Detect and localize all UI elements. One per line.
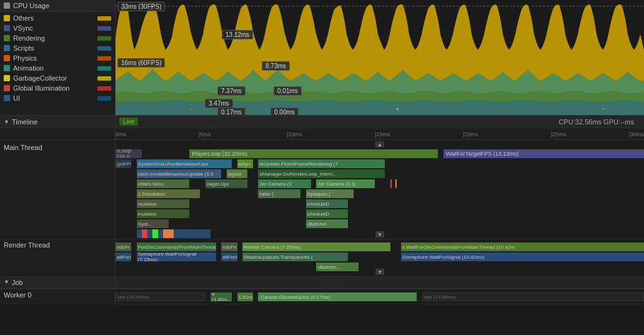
scroll-down-render[interactable]: ▼ xyxy=(375,269,384,275)
cpu-chart-svg xyxy=(116,0,644,115)
render-thread-label: Render Thread xyxy=(0,239,116,276)
bar-syst[interactable]: Syst... xyxy=(137,219,169,228)
bar-vbatch-render[interactable]: vBatche... xyxy=(316,262,359,271)
legend-label-rendering: Rendering xyxy=(13,34,45,42)
worker0-label: Worker 0 xyxy=(0,289,116,304)
ruler-30ms: |30ms xyxy=(629,131,644,138)
main-row-5: J.Simulation table ( Opaques ( xyxy=(116,189,644,199)
main-row-2: getFPS SystemGrou.RunBehaviourUpd aDyn t… xyxy=(116,159,644,169)
bar-ction[interactable]: ction.InvokeBehaviourUpdate (3.5 xyxy=(137,169,221,178)
bar-waitfortargetfps[interactable]: WaitForTargetFPS (13.13ms) xyxy=(443,149,644,158)
legend-bar-scripts xyxy=(97,46,111,51)
legend-bar-vsync xyxy=(97,26,111,31)
bar-ichedule2[interactable]: icheduleD xyxy=(306,209,349,218)
legend-bar-gi xyxy=(97,86,111,91)
legend-item-others[interactable]: Others xyxy=(0,13,115,23)
bar-forgfx[interactable]: ForGfxCommandsFromMainThread xyxy=(137,242,216,251)
timeline-header-label: Timeline xyxy=(12,118,37,126)
legend-item-gc[interactable]: GarbageCollector xyxy=(0,73,115,83)
bar-ntities[interactable]: ntities.Simu xyxy=(137,179,190,188)
ruler-25ms: |25ms xyxy=(551,131,566,138)
bar-marker2 xyxy=(395,179,397,188)
bar-adyn[interactable]: aDyn xyxy=(237,159,253,168)
bar-misc1[interactable] xyxy=(137,229,211,238)
legend-item-rendering[interactable]: Rendering xyxy=(0,33,115,43)
bar-idle1[interactable]: Idle (16.64ms) xyxy=(116,292,206,301)
svg-rect-11 xyxy=(503,109,505,111)
cpu-legend-panel: CPU Usage Others VSync xyxy=(0,0,116,115)
bar-opaques[interactable]: Opaques ( xyxy=(306,189,354,198)
legend-color-gc xyxy=(4,75,10,81)
legend-bar-ui xyxy=(97,96,111,101)
bar-worker-e[interactable]: e (1.60m... xyxy=(211,292,232,301)
bar-systemgrou[interactable]: SystemGrou.RunBehaviourUpd xyxy=(137,159,232,168)
worker0-content[interactable]: Idle (16.64ms) e (1.60m... 1.51m... Canv… xyxy=(116,289,644,304)
bar-ait-fors1[interactable]: aitForS xyxy=(116,252,131,261)
bar-getfps[interactable]: getFPS xyxy=(116,159,131,168)
legend-item-animation[interactable]: Animation xyxy=(0,63,115,73)
render-row-1: ndsFr... ForGfxCommandsFromMainThread nd… xyxy=(116,242,644,252)
legend-label-ui: UI xyxy=(13,94,20,102)
timeline-header-row: ▼ Timeline Live CPU:32.56ms GPU:--ms xyxy=(0,116,644,128)
bar-nds-fro2[interactable]: ndsFro xyxy=(221,242,237,251)
svg-rect-12 xyxy=(565,108,567,109)
legend-color-gi xyxy=(4,85,10,91)
main-thread-content[interactable]: ▲ rLoop (33.0... PlayerLoop (32.20ms) Wa… xyxy=(116,140,644,239)
legend-list: Others VSync Rendering xyxy=(0,12,115,115)
bar-mulation2[interactable]: mulation xyxy=(137,209,190,218)
bar-green1 xyxy=(152,229,157,238)
render-row-2: aitForS Semaphore.WaitForSignal (7.15ms)… xyxy=(116,252,644,262)
bar-nager[interactable]: nager.Upc xyxy=(206,179,248,188)
bar-vbatch[interactable]: vBatchel xyxy=(306,219,349,228)
bar-ichedule1[interactable]: icheduleD xyxy=(306,199,349,208)
live-badge[interactable]: Live xyxy=(119,118,138,126)
bar-mulation1[interactable]: mulation xyxy=(137,199,190,208)
ruler-20ms: |20ms xyxy=(463,131,478,138)
ruler-10ms: |10ms xyxy=(287,131,302,138)
bar-table[interactable]: table ( xyxy=(258,189,300,198)
bar-playerloop[interactable]: PlayerLoop (32.20ms) xyxy=(189,149,438,158)
legend-color-rendering xyxy=(4,35,10,41)
bar-nds-fro1[interactable]: ndsFr... xyxy=(116,242,131,251)
bar-2er-camera2[interactable]: 2er Camera (3.3) xyxy=(316,179,374,188)
bar-worker-151[interactable]: 1.51m... xyxy=(237,292,253,301)
thread-area[interactable]: Main Thread ▲ rLoop (33.0... PlayerLoop … xyxy=(0,140,644,335)
bar-layout[interactable]: layout xyxy=(227,169,248,178)
scroll-down-main[interactable]: ▼ xyxy=(375,231,384,238)
legend-item-gi[interactable]: Global Illumination xyxy=(0,83,115,93)
ruler-ticks xyxy=(116,138,644,139)
svg-rect-13 xyxy=(603,108,604,109)
bar-idle2[interactable]: Idle (14.88ms) xyxy=(422,292,644,301)
legend-color-scripts xyxy=(4,45,10,51)
bar-render-camera[interactable]: Render Camera (7.29ms) xyxy=(242,242,390,251)
render-thread-label-text: Render Thread xyxy=(4,241,50,249)
bar-teupdate[interactable]: teUpdate.FinishFrameRendering (7 xyxy=(258,159,385,168)
legend-item-scripts[interactable]: Scripts xyxy=(0,43,115,53)
bar-2er-camera1[interactable]: 2er Camera (2 xyxy=(258,179,311,188)
bar-shadow[interactable]: Shadow.paques Transparents ( xyxy=(242,252,348,261)
legend-item-physics[interactable]: Physics xyxy=(0,53,115,63)
ruler-row: 0ms |5ms |10ms |15ms |20ms |25ms |30ms xyxy=(0,128,644,140)
cpu-usage-header: CPU Usage xyxy=(0,0,115,12)
legend-item-vsync[interactable]: VSync xyxy=(0,23,115,33)
bar-orange1 xyxy=(163,229,174,238)
worker0-label-text: Worker 0 xyxy=(4,291,31,299)
bar-emanager[interactable]: eManager.DoRenderLoop_Intern... xyxy=(258,169,385,178)
bar-ait-fors2[interactable]: aitForS xyxy=(221,252,237,261)
legend-label-vsync: VSync xyxy=(13,24,33,32)
bar-rloop[interactable]: rLoop (33.0... xyxy=(116,149,142,158)
legend-label-others: Others xyxy=(13,14,34,22)
bar-waitforgfx[interactable]: x.WaitForGfxCommandsFromMainThread (10.4… xyxy=(401,242,644,251)
bar-jsimulation1[interactable]: J.Simulation xyxy=(137,189,201,198)
svg-rect-9 xyxy=(290,108,292,109)
render-thread-content[interactable]: ndsFr... ForGfxCommandsFromMainThread nd… xyxy=(116,239,644,276)
bar-canvas-geometry[interactable]: Canvas.GeometryJob (9.17ms) xyxy=(258,292,417,301)
timeline-header-label-cell: ▼ Timeline xyxy=(0,116,116,128)
scroll-up-main[interactable]: ▲ xyxy=(375,141,384,148)
main-thread-row: Main Thread ▲ rLoop (33.0... PlayerLoop … xyxy=(0,140,644,239)
legend-item-ui[interactable]: UI xyxy=(0,93,115,103)
render-thread-row: Render Thread ndsFr... ForGfxCommandsFro… xyxy=(0,239,644,277)
bar-semaphore2[interactable]: Semaphore.WaitForSignal (10.42ms) xyxy=(401,252,644,261)
bar-semaphore1[interactable]: Semaphore.WaitForSignal (7.15ms) xyxy=(137,252,216,261)
cpu-icon xyxy=(4,2,10,9)
